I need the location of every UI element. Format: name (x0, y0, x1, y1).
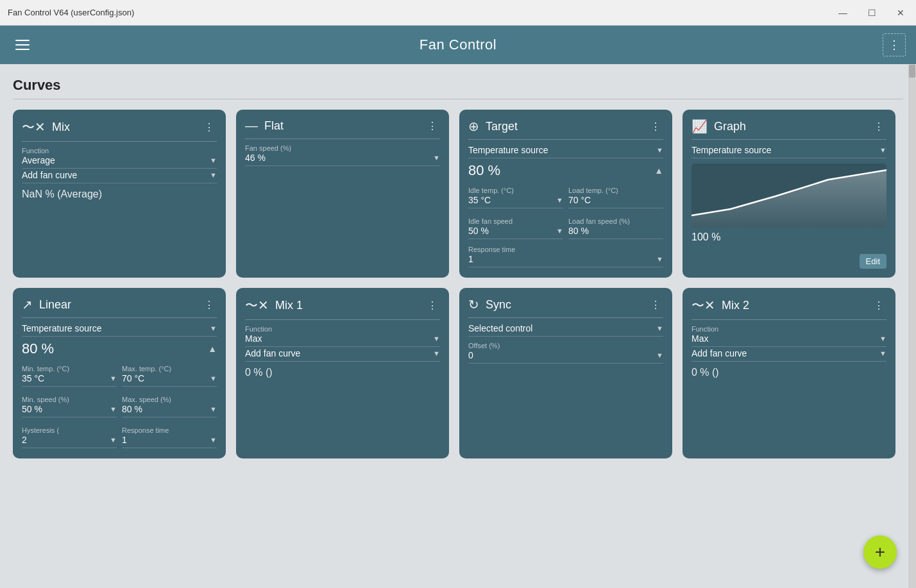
card-graph-header: 📈 Graph ⋮ (691, 119, 886, 140)
mix-function-value: Average (22, 155, 55, 165)
target-idle-speed-label: Idle fan speed (468, 217, 563, 225)
card-mix2-menu[interactable]: ⋮ (871, 298, 886, 313)
linear-max-speed-label: Max. speed (%) (122, 396, 217, 403)
target-response-row[interactable]: 1 ▼ (468, 254, 663, 267)
linear-tempsource-arrow: ▼ (210, 324, 217, 332)
titlebar-controls: — ☐ ✕ (835, 6, 908, 19)
linear-hysteresis-value: 2 (22, 435, 27, 445)
mix-function-row[interactable]: Average ▼ (22, 155, 217, 169)
add-fab-button[interactable]: + (863, 535, 897, 569)
mix1-add-fan-curve-row[interactable]: Add fan curve ▼ (245, 348, 440, 362)
target-load-speed-row: 80 % (568, 226, 663, 239)
graph-tempsource-arrow: ▼ (879, 146, 886, 154)
graph-tempsource-row[interactable]: Temperature source ▼ (691, 145, 886, 158)
linear-max-speed-row[interactable]: 80 % ▼ (122, 404, 217, 417)
target-load-speed-label: Load fan speed (%) (568, 217, 663, 225)
card-graph-menu[interactable]: ⋮ (871, 119, 886, 134)
card-flat-menu[interactable]: ⋮ (425, 119, 440, 133)
mix2-function-row[interactable]: Max ▼ (691, 333, 886, 347)
flat-fanspeed-value: 46 % (245, 153, 266, 163)
target-tempsource-value: Temperature source (468, 145, 548, 155)
linear-response-row[interactable]: 1 ▼ (122, 435, 217, 448)
card-mix1-title: Mix 1 (275, 299, 425, 312)
card-mix1: 〜✕ Mix 1 ⋮ Function Max ▼ Add fan curve … (236, 288, 449, 458)
titlebar: Fan Control V64 (userConfig.json) — ☐ ✕ (0, 0, 916, 26)
target-idle-temp-value: 35 °C (468, 195, 491, 205)
mix1-icon: 〜✕ (245, 297, 269, 314)
main-content: Curves 〜✕ Mix ⋮ Function Average ▼ Add f… (0, 64, 916, 588)
card-mix1-menu[interactable]: ⋮ (425, 298, 440, 313)
target-collapse-arrow[interactable]: ▲ (654, 165, 663, 176)
card-linear-header: ↗ Linear ⋮ (22, 297, 217, 318)
mix2-function-value: Max (691, 333, 708, 344)
flat-fanspeed-row[interactable]: 46 % ▼ (245, 153, 440, 166)
target-idle-temp-row[interactable]: 35 °C ▼ (468, 195, 563, 208)
flat-fanspeed-label: Fan speed (%) (245, 144, 440, 152)
target-response-label: Response time (468, 246, 663, 253)
card-target-menu[interactable]: ⋮ (648, 119, 663, 134)
target-idle-speed-row[interactable]: 50 % ▼ (468, 226, 563, 239)
card-linear-menu[interactable]: ⋮ (201, 298, 217, 312)
linear-max-speed-value: 80 % (122, 404, 142, 414)
linear-min-speed-row[interactable]: 50 % ▼ (22, 404, 117, 417)
linear-icon: ↗ (22, 297, 33, 312)
mix2-add-fan-curve-row[interactable]: Add fan curve ▼ (691, 348, 886, 362)
card-graph-title: Graph (714, 120, 871, 133)
target-idle-speed-value: 50 % (468, 226, 489, 236)
linear-collapse-arrow[interactable]: ▲ (208, 344, 217, 354)
maximize-button[interactable]: ☐ (864, 6, 880, 19)
linear-hysteresis-row[interactable]: 2 ▼ (22, 435, 117, 448)
target-sub-fields: Idle temp. (°C) 35 °C ▼ Load temp. (°C) … (468, 181, 663, 240)
scrollbar-thumb[interactable] (909, 65, 915, 78)
card-sync-menu[interactable]: ⋮ (648, 298, 663, 312)
mix1-function-row[interactable]: Max ▼ (245, 333, 440, 347)
mix2-add-fan-curve-value: Add fan curve (691, 348, 747, 358)
card-target-header: ⊕ Target ⋮ (468, 119, 663, 140)
sync-selected-control-row[interactable]: Selected control ▼ (468, 323, 663, 337)
card-mix: 〜✕ Mix ⋮ Function Average ▼ Add fan curv… (13, 110, 226, 278)
hamburger-menu-icon[interactable] (10, 35, 35, 55)
mix2-add-arrow: ▼ (879, 349, 886, 357)
graph-edit-button[interactable]: Edit (860, 254, 886, 269)
linear-tempsource-row[interactable]: Temperature source ▼ (22, 323, 217, 337)
card-linear: ↗ Linear ⋮ Temperature source ▼ 80 % ▲ M… (13, 288, 226, 458)
mix1-add-fan-curve-value: Add fan curve (245, 348, 300, 358)
mix1-function-value: Max (245, 333, 262, 344)
card-sync: ↻ Sync ⋮ Selected control ▼ Offset (%) 0… (459, 288, 672, 458)
target-tempsource-arrow: ▼ (656, 146, 663, 154)
card-mix2-title: Mix 2 (722, 299, 871, 312)
card-sync-title: Sync (486, 298, 648, 312)
mix2-summary: 0 % () (691, 367, 886, 378)
card-mix2: 〜✕ Mix 2 ⋮ Function Max ▼ Add fan curve … (683, 288, 895, 458)
close-button[interactable]: ✕ (893, 6, 908, 19)
linear-min-speed-value: 50 % (22, 404, 42, 414)
sync-selected-control-arrow: ▼ (656, 324, 663, 332)
target-load-temp-label: Load temp. (°C) (568, 187, 663, 194)
vertical-scrollbar[interactable] (908, 64, 916, 588)
minimize-button[interactable]: — (835, 6, 851, 19)
linear-max-temp-row[interactable]: 70 °C ▼ (122, 373, 217, 387)
linear-min-temp-label: Min. temp. (°C) (22, 365, 117, 373)
target-idle-temp-label: Idle temp. (°C) (468, 187, 563, 194)
linear-response-value: 1 (122, 435, 127, 445)
mix-add-arrow: ▼ (210, 171, 217, 179)
mix1-add-arrow: ▼ (433, 349, 440, 357)
card-mix1-header: 〜✕ Mix 1 ⋮ (245, 297, 440, 320)
sync-offset-row[interactable]: 0 ▼ (468, 350, 663, 364)
linear-sub-fields: Min. temp. (°C) 35 °C ▼ Max. temp. (°C) … (22, 360, 217, 449)
target-tempsource-row[interactable]: Temperature source ▼ (468, 145, 663, 158)
target-icon: ⊕ (468, 119, 479, 134)
target-load-temp-value: 70 °C (568, 195, 591, 205)
sync-offset-value: 0 (468, 350, 473, 360)
toolbar: Fan Control ⋮ (0, 26, 916, 64)
options-dots-icon[interactable]: ⋮ (883, 33, 906, 56)
mix-function-arrow: ▼ (210, 156, 217, 164)
card-mix-menu[interactable]: ⋮ (201, 120, 217, 135)
linear-min-temp-row[interactable]: 35 °C ▼ (22, 373, 117, 387)
mix-summary: NaN % (Average) (22, 189, 217, 200)
mix-icon: 〜✕ (22, 119, 46, 136)
graph-value-label: 100 % (691, 231, 886, 243)
mix-add-fan-curve-row[interactable]: Add fan curve ▼ (22, 170, 217, 183)
mix1-summary: 0 % () (245, 367, 440, 378)
linear-min-speed-label: Min. speed (%) (22, 396, 117, 403)
